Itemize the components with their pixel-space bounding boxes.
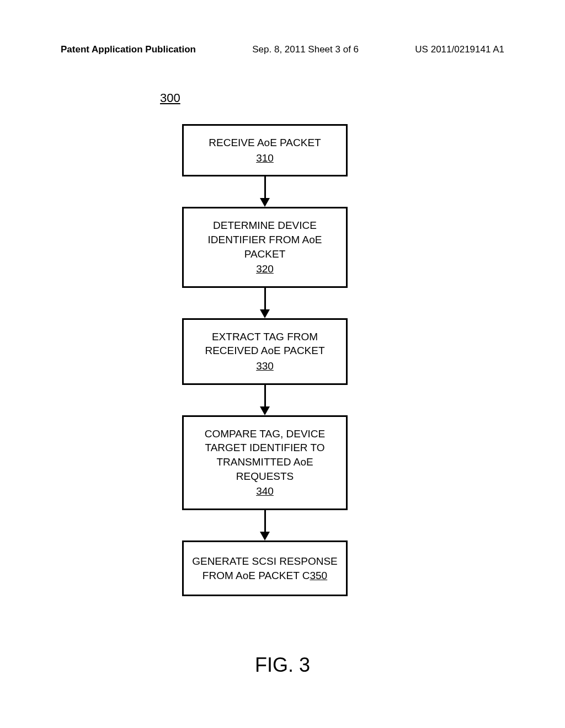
box-ref: 350 (310, 570, 327, 581)
page-header: Patent Application Publication Sep. 8, 2… (0, 44, 565, 55)
box-text: GENERATE SCSI RESPONSE FROM AoE PACKET C… (189, 554, 340, 582)
box-text: RECEIVE AoE PACKET (209, 136, 321, 150)
arrow-down-icon (264, 176, 266, 207)
box-text: COMPARE TAG, DEVICE TARGET IDENTIFIER TO… (192, 427, 338, 484)
flowchart-box-compare-tag: COMPARE TAG, DEVICE TARGET IDENTIFIER TO… (182, 415, 348, 510)
box-ref: 310 (256, 151, 274, 165)
header-center: Sep. 8, 2011 Sheet 3 of 6 (252, 44, 359, 55)
box-ref: 330 (256, 359, 274, 373)
flowchart: RECEIVE AoE PACKET 310 DETERMINE DEVICE … (182, 124, 348, 596)
arrow-down-icon (264, 510, 266, 540)
box-ref: 340 (256, 484, 274, 499)
header-left: Patent Application Publication (61, 44, 196, 55)
box-text: DETERMINE DEVICE IDENTIFIER FROM AoE PAC… (192, 218, 338, 261)
flowchart-box-generate-response: GENERATE SCSI RESPONSE FROM AoE PACKET C… (182, 540, 348, 596)
arrow-down-icon (264, 385, 266, 415)
flowchart-box-extract-tag: EXTRACT TAG FROM RECEIVED AoE PACKET 330 (182, 318, 348, 385)
flowchart-box-determine-device: DETERMINE DEVICE IDENTIFIER FROM AoE PAC… (182, 207, 348, 288)
box-text: EXTRACT TAG FROM RECEIVED AoE PACKET (192, 330, 338, 358)
box-ref: 320 (256, 262, 274, 276)
header-right: US 2011/0219141 A1 (415, 44, 504, 55)
arrow-down-icon (264, 288, 266, 318)
figure-reference-number: 300 (160, 91, 180, 105)
flowchart-box-receive-packet: RECEIVE AoE PACKET 310 (182, 124, 348, 176)
figure-label: FIG. 3 (0, 654, 565, 677)
